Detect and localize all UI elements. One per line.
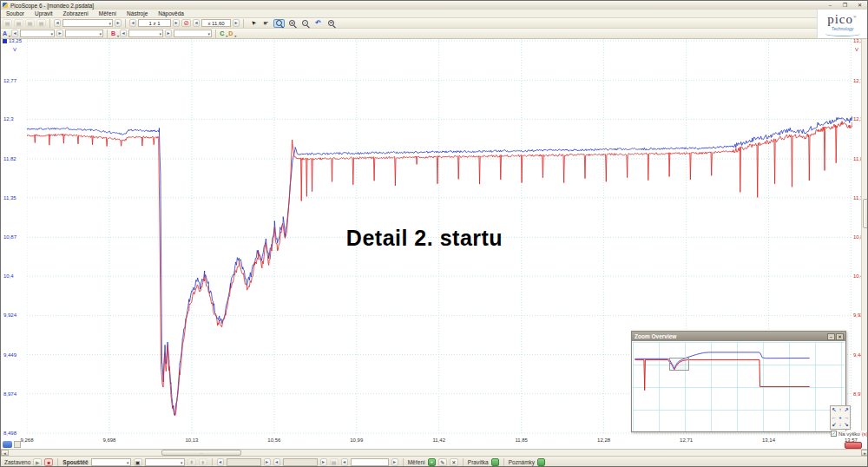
buffer-next-button[interactable]: ▸ xyxy=(173,19,180,27)
x-tick: 10,99 xyxy=(350,437,363,443)
hscroll-right-arrow[interactable]: ▸ xyxy=(861,450,868,456)
measurements-label: Měření xyxy=(408,459,425,465)
no-overlay-icon[interactable]: ⊘ xyxy=(181,19,191,27)
menu-item-0[interactable]: Soubor xyxy=(1,10,30,16)
trigger-mode-selector[interactable] xyxy=(91,458,131,466)
buffer-next-page-button[interactable]: ▤ xyxy=(25,19,35,27)
pan-arrow-6[interactable]: ↙ xyxy=(831,421,837,429)
x-axis-channel-button[interactable] xyxy=(3,441,12,448)
edit-measurement-button[interactable]: ✎ xyxy=(438,458,447,466)
start-capture-button[interactable]: ▶ xyxy=(33,458,42,466)
add-measurement-button[interactable]: + xyxy=(428,458,436,466)
delay-field[interactable] xyxy=(351,458,389,466)
channel-c-menu[interactable]: C xyxy=(220,30,227,36)
pan-arrow-5[interactable]: → xyxy=(844,414,850,422)
buffer-first-button[interactable]: ▤ xyxy=(3,19,12,27)
delete-measurement-button[interactable]: ✕ xyxy=(450,458,458,466)
horizontal-scrollbar-thumb[interactable]: ∙∙∙ xyxy=(161,450,241,456)
stop-capture-button[interactable]: ■ xyxy=(44,458,53,466)
channel-d-menu[interactable]: D xyxy=(228,30,235,36)
zoom-window-tool-button[interactable] xyxy=(273,19,285,28)
channel-b-range-down-button[interactable]: ◂ xyxy=(120,30,127,37)
y-tick-left: 13,25 xyxy=(9,38,22,43)
notes-toggle-button[interactable] xyxy=(537,458,545,466)
x-axis-options-button[interactable] xyxy=(14,441,21,448)
pan-arrow-2[interactable]: ↗ xyxy=(844,406,850,414)
delay-up-button[interactable]: ▸ xyxy=(391,458,398,466)
pan-arrow-7[interactable]: ↓ xyxy=(837,421,843,429)
pan-arrow-3[interactable]: ← xyxy=(831,414,837,422)
overview-minimize-button[interactable]: – xyxy=(827,333,835,340)
buffer-last-button[interactable]: ▤ xyxy=(36,19,46,27)
y-axis-unit-left: V xyxy=(13,47,16,52)
zoom-region-rect[interactable] xyxy=(669,358,689,371)
zoom-increase-button[interactable]: ▸ xyxy=(233,19,240,27)
scope-view[interactable]: 13,2512,7712,311,8211,3510,8710,49,9249,… xyxy=(1,39,868,449)
trigger-channel-selector[interactable] xyxy=(145,458,185,466)
trigger-level-field[interactable] xyxy=(227,458,261,466)
menu-item-1[interactable]: Upravit xyxy=(30,10,58,16)
x-tick: 12,28 xyxy=(597,437,610,443)
buffer-prev-button[interactable]: ◂ xyxy=(129,19,136,27)
channel-b-range-selector[interactable] xyxy=(128,30,163,37)
trigger-marker-button[interactable]: ▣ xyxy=(134,458,142,466)
menu-item-5[interactable]: Nápověda xyxy=(153,10,189,16)
trigger-falling-button[interactable]: ⇟ xyxy=(199,458,207,466)
channel-b-menu[interactable]: B xyxy=(111,30,118,36)
portrait-label: Na výšku xyxy=(838,431,860,437)
trigger-rising-button[interactable]: ⇞ xyxy=(187,458,196,466)
zoom-overview-titlebar[interactable]: Zoom Overview – ✕ xyxy=(632,332,845,341)
pan-arrow-0[interactable]: ↖ xyxy=(831,406,837,414)
rulers-toggle-button[interactable] xyxy=(491,458,499,466)
zoom-out-tool-button[interactable]: - xyxy=(299,19,311,28)
pretrigger-up-button[interactable]: ▸ xyxy=(320,458,327,466)
channel-b-range-up-button[interactable]: ▸ xyxy=(165,30,172,37)
overview-close-button[interactable]: ✕ xyxy=(836,333,844,340)
trigger-level-down-button[interactable]: ◂ xyxy=(217,458,224,466)
title-bar[interactable]: PicoScope 6 - [mondeo 2.psdata] – ❐ ✕ xyxy=(1,1,867,10)
x-tick: 13,14 xyxy=(762,437,775,443)
view-next-button[interactable]: ▸ xyxy=(115,19,122,27)
pretrigger-field[interactable] xyxy=(283,458,318,466)
trigger-options-button[interactable]: ▤ xyxy=(330,458,339,466)
undo-zoom-button[interactable]: ↶ xyxy=(312,19,324,28)
zoom-full-button[interactable]: = xyxy=(326,19,337,28)
view-prev-button[interactable]: ◂ xyxy=(54,19,61,27)
channel-a-menu[interactable]: A xyxy=(3,30,10,36)
channel-a-coupling-selector[interactable] xyxy=(65,30,103,37)
channel-a-marker[interactable] xyxy=(3,39,7,43)
view-selector[interactable] xyxy=(62,19,113,27)
close-button[interactable]: ✕ xyxy=(854,2,865,9)
channel-b-coupling-selector[interactable] xyxy=(174,30,212,37)
zoom-overview-plot[interactable] xyxy=(633,342,845,431)
channel-a-range-up-button[interactable]: ▸ xyxy=(56,30,63,37)
maximize-button[interactable]: ❐ xyxy=(839,2,851,9)
minimize-button[interactable]: – xyxy=(825,2,836,9)
zoom-in-tool-button[interactable]: + xyxy=(286,19,298,28)
channel-a-range-selector[interactable] xyxy=(20,30,55,37)
pan-arrow-1[interactable]: ↑ xyxy=(837,406,843,414)
pan-arrow-8[interactable]: ↘ xyxy=(844,421,850,429)
trigger-level-up-button[interactable]: ▸ xyxy=(264,458,271,466)
menu-item-2[interactable]: Zobrazení xyxy=(58,10,94,16)
hand-icon: ☛ xyxy=(263,20,268,26)
x-axis-offset-button[interactable] xyxy=(845,442,862,449)
zoom-overview-window[interactable]: Zoom Overview – ✕ xyxy=(631,331,846,432)
pan-arrow-4[interactable]: + xyxy=(837,414,843,422)
channel-a-range-down-button[interactable]: ◂ xyxy=(11,30,18,37)
hscroll-left-arrow[interactable]: ◂ xyxy=(1,450,9,456)
horizontal-scrollbar[interactable]: ◂ ∙∙∙ ▸ xyxy=(1,449,868,456)
zoom-decrease-button[interactable]: ◂ xyxy=(193,19,200,27)
vertical-scrollbar[interactable] xyxy=(861,39,868,435)
delay-down-button[interactable]: ◂ xyxy=(341,458,348,466)
menu-item-3[interactable]: Měření xyxy=(94,10,122,16)
hand-tool-button[interactable]: ☛ xyxy=(260,19,272,28)
buffer-page-indicator: 1 z 1 xyxy=(138,19,171,27)
portrait-checkbox[interactable]: ✓ xyxy=(831,431,837,437)
buffer-prev-page-button[interactable]: ▤ xyxy=(14,19,23,27)
vertical-scrollbar-thumb[interactable] xyxy=(863,199,868,228)
menu-item-4[interactable]: Nástroje xyxy=(122,10,153,16)
y-tick-left: 10,87 xyxy=(3,234,16,240)
pointer-tool-button[interactable]: ➤ xyxy=(247,19,259,28)
pretrigger-down-button[interactable]: ◂ xyxy=(273,458,280,466)
